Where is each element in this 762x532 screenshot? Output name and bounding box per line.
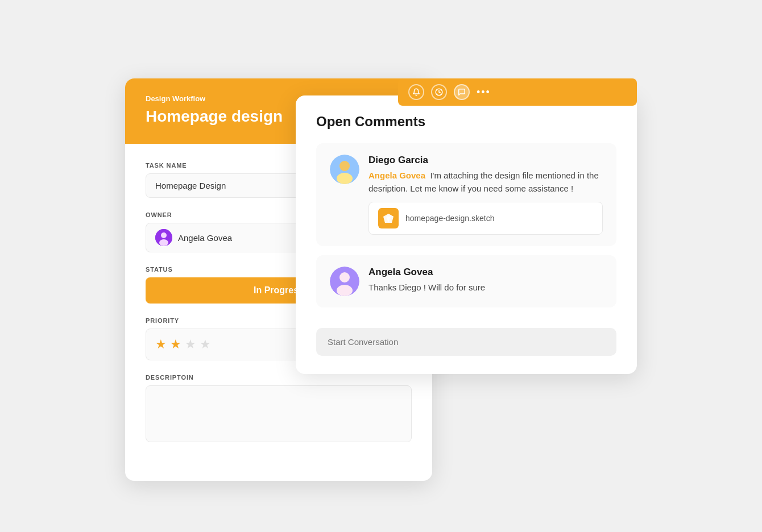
diego-comment-text: Angela Govea I'm attaching the design fi… [368,169,603,195]
svg-point-2 [161,232,167,238]
conversation-input[interactable] [316,328,616,356]
star-4[interactable]: ★ [200,337,211,352]
comment-item-1: Diego Garcia Angela Govea I'm attaching … [316,143,616,246]
sketch-icon [378,208,399,228]
comment-item-2: Angela Govea Thanks Diego ! Will do for … [316,255,616,307]
comments-title: Open Comments [316,114,616,130]
angela-name: Angela Govea [368,267,603,278]
svg-point-16 [337,285,353,296]
clock-icon[interactable] [431,84,447,100]
svg-point-6 [337,173,353,184]
star-3[interactable]: ★ [185,337,196,352]
star-2[interactable]: ★ [170,337,181,352]
angela-avatar [330,267,359,296]
angela-mention: Angela Govea [368,171,425,180]
star-1[interactable]: ★ [155,337,167,352]
more-options-icon[interactable]: ••• [477,86,491,98]
chat-icon[interactable] [454,84,470,100]
angela-comment-text: Thanks Diego ! Will do for sure [368,281,603,294]
file-attachment[interactable]: homepage-design.sketch [368,202,603,235]
bell-icon[interactable] [408,84,424,100]
comment-body-2: Angela Govea Thanks Diego ! Will do for … [368,267,603,294]
svg-point-3 [159,239,168,246]
diego-avatar [330,155,359,184]
owner-avatar [155,229,172,246]
description-group: DESCRIPTOIN [146,374,412,444]
description-label: DESCRIPTOIN [146,374,412,381]
comment-body-1: Diego Garcia Angela Govea I'm attaching … [368,155,603,235]
owner-name: Angela Govea [178,233,232,243]
svg-point-7 [339,161,350,171]
attachment-filename: homepage-design.sketch [405,214,494,223]
description-input[interactable] [146,385,412,442]
diego-name: Diego Garcia [368,155,603,166]
comments-card: Open Comments Diego Garcia Angela G [296,95,637,374]
svg-point-15 [339,272,350,282]
